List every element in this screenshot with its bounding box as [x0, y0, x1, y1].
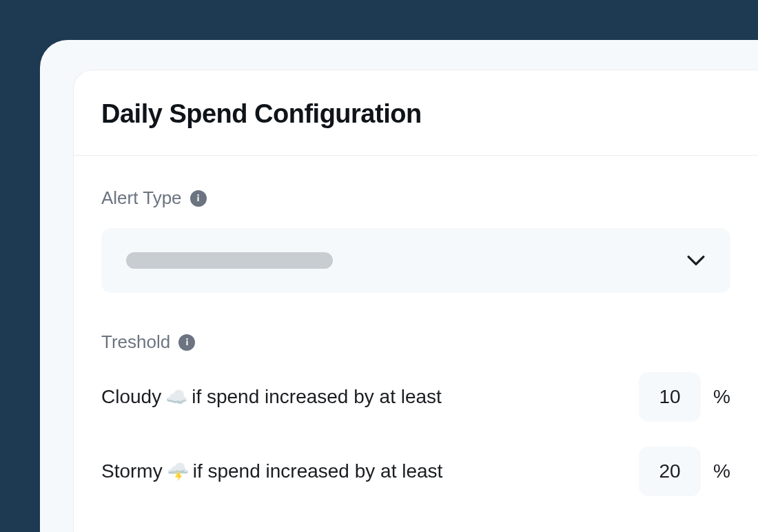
threshold-label-row: Treshold [101, 331, 730, 353]
unit-label: % [713, 386, 730, 408]
threshold-prefix: Stormy [101, 460, 163, 482]
config-card: Daily Spend Configuration Alert Type Tre… [73, 70, 758, 532]
threshold-value-group: 10 % [639, 372, 730, 422]
alert-type-label-row: Alert Type [101, 187, 730, 209]
info-icon[interactable] [178, 334, 195, 351]
threshold-suffix: if spend increased by at least [193, 460, 443, 482]
threshold-text: Cloudy ☁️ if spend increased by at least [101, 386, 442, 408]
threshold-value-input[interactable]: 20 [639, 447, 701, 496]
threshold-text: Stormy 🌩️ if spend increased by at least [101, 460, 442, 482]
threshold-row-cloudy: Cloudy ☁️ if spend increased by at least… [101, 372, 730, 422]
outer-panel: Daily Spend Configuration Alert Type Tre… [40, 40, 758, 532]
threshold-suffix: if spend increased by at least [192, 386, 442, 408]
threshold-value-input[interactable]: 10 [639, 372, 701, 422]
chevron-down-icon [686, 251, 706, 270]
threshold-row-stormy: Stormy 🌩️ if spend increased by at least… [101, 447, 730, 496]
threshold-label: Treshold [101, 331, 170, 353]
alert-type-select[interactable] [101, 228, 730, 293]
card-body: Alert Type Treshold Cloudy ☁️ [74, 156, 758, 496]
card-header: Daily Spend Configuration [74, 70, 758, 156]
unit-label: % [713, 460, 730, 482]
alert-type-label: Alert Type [101, 187, 182, 209]
info-icon[interactable] [190, 190, 207, 207]
threshold-prefix: Cloudy [101, 386, 161, 408]
select-placeholder [126, 252, 333, 269]
storm-icon: 🌩️ [167, 461, 189, 482]
cloud-icon: ☁️ [165, 387, 187, 408]
card-title: Daily Spend Configuration [101, 99, 730, 129]
threshold-value-group: 20 % [639, 447, 730, 496]
